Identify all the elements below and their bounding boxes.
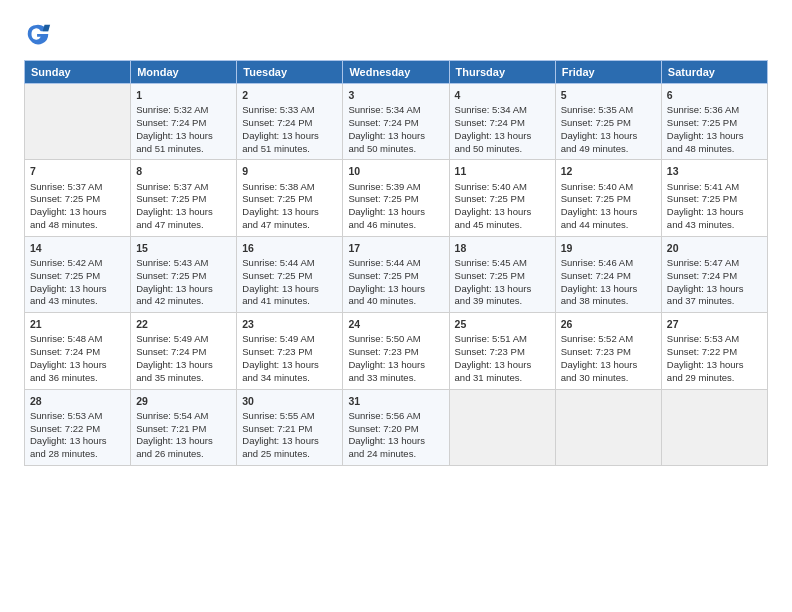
day-info: Sunset: 7:25 PM — [242, 193, 337, 206]
calendar-cell: 29Sunrise: 5:54 AMSunset: 7:21 PMDayligh… — [131, 389, 237, 465]
day-info: Sunrise: 5:56 AM — [348, 410, 443, 423]
day-info: and 30 minutes. — [561, 372, 656, 385]
day-number: 25 — [455, 317, 550, 331]
day-number: 6 — [667, 88, 762, 102]
day-info: Daylight: 13 hours — [667, 359, 762, 372]
day-info: Sunrise: 5:44 AM — [242, 257, 337, 270]
day-info: and 25 minutes. — [242, 448, 337, 461]
day-number: 18 — [455, 241, 550, 255]
day-info: and 45 minutes. — [455, 219, 550, 232]
day-info: Daylight: 13 hours — [561, 130, 656, 143]
day-info: Sunrise: 5:53 AM — [30, 410, 125, 423]
calendar-cell: 18Sunrise: 5:45 AMSunset: 7:25 PMDayligh… — [449, 236, 555, 312]
day-info: and 48 minutes. — [30, 219, 125, 232]
day-info: Sunrise: 5:34 AM — [348, 104, 443, 117]
day-number: 16 — [242, 241, 337, 255]
day-info: Sunrise: 5:44 AM — [348, 257, 443, 270]
day-info: Daylight: 13 hours — [348, 435, 443, 448]
header-cell-tuesday: Tuesday — [237, 61, 343, 84]
day-number: 24 — [348, 317, 443, 331]
day-info: and 36 minutes. — [30, 372, 125, 385]
day-info: Daylight: 13 hours — [30, 359, 125, 372]
day-number: 1 — [136, 88, 231, 102]
header-row: SundayMondayTuesdayWednesdayThursdayFrid… — [25, 61, 768, 84]
calendar-cell: 14Sunrise: 5:42 AMSunset: 7:25 PMDayligh… — [25, 236, 131, 312]
day-info: and 51 minutes. — [136, 143, 231, 156]
day-info: Daylight: 13 hours — [242, 359, 337, 372]
calendar-cell — [661, 389, 767, 465]
day-info: and 50 minutes. — [455, 143, 550, 156]
day-number: 10 — [348, 164, 443, 178]
day-info: Daylight: 13 hours — [455, 359, 550, 372]
day-number: 28 — [30, 394, 125, 408]
day-info: Sunset: 7:25 PM — [667, 117, 762, 130]
calendar-cell: 16Sunrise: 5:44 AMSunset: 7:25 PMDayligh… — [237, 236, 343, 312]
day-info: and 37 minutes. — [667, 295, 762, 308]
day-info: and 31 minutes. — [455, 372, 550, 385]
day-info: Daylight: 13 hours — [348, 206, 443, 219]
calendar-cell: 22Sunrise: 5:49 AMSunset: 7:24 PMDayligh… — [131, 313, 237, 389]
day-info: Sunrise: 5:45 AM — [455, 257, 550, 270]
day-info: Daylight: 13 hours — [242, 130, 337, 143]
logo-icon — [24, 20, 52, 48]
day-info: and 26 minutes. — [136, 448, 231, 461]
page: SundayMondayTuesdayWednesdayThursdayFrid… — [0, 0, 792, 482]
day-info: Sunrise: 5:48 AM — [30, 333, 125, 346]
day-number: 19 — [561, 241, 656, 255]
day-info: Daylight: 13 hours — [455, 206, 550, 219]
day-info: Daylight: 13 hours — [242, 283, 337, 296]
day-info: Sunset: 7:21 PM — [242, 423, 337, 436]
calendar-table: SundayMondayTuesdayWednesdayThursdayFrid… — [24, 60, 768, 466]
day-info: Daylight: 13 hours — [455, 130, 550, 143]
calendar-cell — [555, 389, 661, 465]
day-number: 22 — [136, 317, 231, 331]
day-info: Sunset: 7:25 PM — [348, 270, 443, 283]
header-cell-thursday: Thursday — [449, 61, 555, 84]
day-info: Sunset: 7:24 PM — [348, 117, 443, 130]
calendar-cell: 6Sunrise: 5:36 AMSunset: 7:25 PMDaylight… — [661, 84, 767, 160]
day-info: and 44 minutes. — [561, 219, 656, 232]
day-info: Daylight: 13 hours — [30, 283, 125, 296]
day-info: and 28 minutes. — [30, 448, 125, 461]
day-info: and 29 minutes. — [667, 372, 762, 385]
day-info: Sunrise: 5:43 AM — [136, 257, 231, 270]
day-number: 27 — [667, 317, 762, 331]
day-number: 13 — [667, 164, 762, 178]
day-info: Sunrise: 5:35 AM — [561, 104, 656, 117]
day-number: 7 — [30, 164, 125, 178]
calendar-cell: 21Sunrise: 5:48 AMSunset: 7:24 PMDayligh… — [25, 313, 131, 389]
day-info: Sunset: 7:24 PM — [667, 270, 762, 283]
day-info: Sunrise: 5:32 AM — [136, 104, 231, 117]
calendar-cell: 26Sunrise: 5:52 AMSunset: 7:23 PMDayligh… — [555, 313, 661, 389]
day-info: Sunrise: 5:49 AM — [136, 333, 231, 346]
calendar-cell: 17Sunrise: 5:44 AMSunset: 7:25 PMDayligh… — [343, 236, 449, 312]
day-info: Sunset: 7:24 PM — [242, 117, 337, 130]
calendar-cell: 31Sunrise: 5:56 AMSunset: 7:20 PMDayligh… — [343, 389, 449, 465]
header-cell-sunday: Sunday — [25, 61, 131, 84]
day-info: Daylight: 13 hours — [348, 130, 443, 143]
day-info: Sunrise: 5:55 AM — [242, 410, 337, 423]
day-info: Sunrise: 5:50 AM — [348, 333, 443, 346]
day-info: Sunrise: 5:52 AM — [561, 333, 656, 346]
day-info: Sunrise: 5:37 AM — [30, 181, 125, 194]
day-info: and 47 minutes. — [242, 219, 337, 232]
calendar-cell: 10Sunrise: 5:39 AMSunset: 7:25 PMDayligh… — [343, 160, 449, 236]
day-number: 15 — [136, 241, 231, 255]
calendar-cell: 8Sunrise: 5:37 AMSunset: 7:25 PMDaylight… — [131, 160, 237, 236]
calendar-cell: 15Sunrise: 5:43 AMSunset: 7:25 PMDayligh… — [131, 236, 237, 312]
day-info: Sunrise: 5:40 AM — [561, 181, 656, 194]
day-info: Daylight: 13 hours — [136, 283, 231, 296]
day-info: Sunset: 7:25 PM — [455, 270, 550, 283]
day-info: Sunset: 7:22 PM — [30, 423, 125, 436]
day-info: Sunset: 7:25 PM — [30, 270, 125, 283]
day-number: 4 — [455, 88, 550, 102]
day-info: Sunrise: 5:33 AM — [242, 104, 337, 117]
day-info: Sunset: 7:25 PM — [561, 193, 656, 206]
calendar-cell: 30Sunrise: 5:55 AMSunset: 7:21 PMDayligh… — [237, 389, 343, 465]
day-info: Daylight: 13 hours — [30, 435, 125, 448]
day-info: Daylight: 13 hours — [667, 206, 762, 219]
day-number: 12 — [561, 164, 656, 178]
day-info: Daylight: 13 hours — [667, 130, 762, 143]
week-row-1: 1Sunrise: 5:32 AMSunset: 7:24 PMDaylight… — [25, 84, 768, 160]
day-info: and 35 minutes. — [136, 372, 231, 385]
